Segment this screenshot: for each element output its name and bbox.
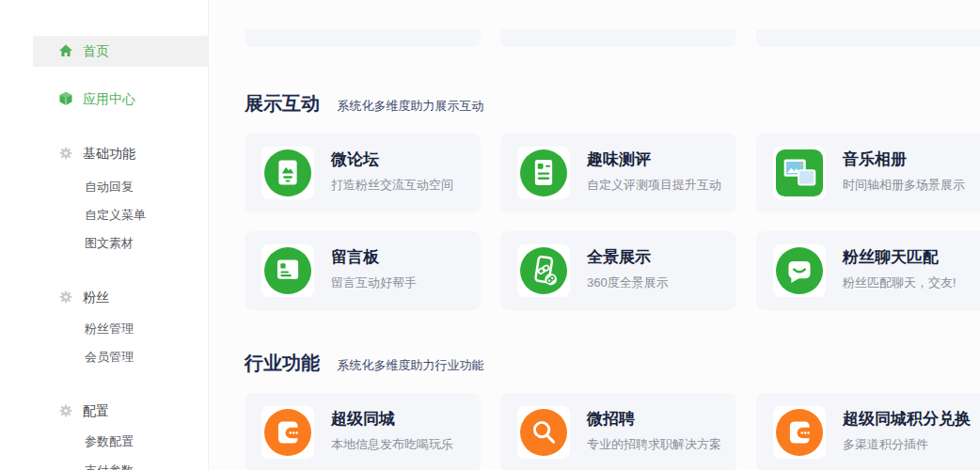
sidebar-group-label: 基础功能: [83, 144, 135, 163]
recruit-icon: [517, 406, 570, 459]
card-desc: 打造粉丝交流互动空间: [331, 177, 453, 194]
sidebar-item-auto-reply[interactable]: 自动回复: [85, 178, 134, 196]
points-icon: [773, 406, 826, 459]
section-title: 展示互动: [245, 93, 320, 114]
sidebar-item-home[interactable]: 首页: [0, 41, 208, 60]
survey-icon: [517, 147, 570, 199]
section-subtitle: 系统化多维度助力行业功能: [337, 358, 483, 372]
card-title: 音乐相册: [843, 149, 907, 170]
sidebar-item-media-material[interactable]: 图文素材: [85, 234, 134, 253]
card-title: 微论坛: [331, 149, 379, 170]
app-card-super-city[interactable]: 超级同城 本地信息发布吃喝玩乐: [245, 393, 481, 470]
section-subtitle: 系统化多维度助力展示互动: [337, 99, 483, 113]
card-desc: 专业的招聘求职解决方案: [587, 436, 721, 453]
card-title: 粉丝聊天匹配: [843, 246, 939, 268]
sidebar-item-custom-menu[interactable]: 自定义菜单: [85, 206, 146, 225]
card-title: 微招聘: [587, 408, 635, 430]
card-desc: 时间轴相册多场景展示: [843, 177, 965, 194]
sidebar-group-label: 粉丝: [83, 288, 109, 306]
sidebar: 首页 应用中心 基础功能 自动回复 自定义菜单 图文素材: [0, 0, 209, 470]
section-header-industry-functions: 行业功能 系统化多维度助力行业功能: [245, 351, 483, 376]
app-card-album[interactable]: 音乐相册 时间轴相册多场景展示: [756, 133, 980, 212]
partial-card[interactable]: [500, 30, 736, 47]
app-card-forum[interactable]: 微论坛 打造粉丝交流互动空间: [245, 133, 481, 212]
card-desc: 360度全景展示: [587, 274, 669, 291]
section-header-display-interaction: 展示互动 系统化多维度助力展示互动: [245, 91, 483, 117]
sidebar-group-fans[interactable]: 粉丝: [0, 288, 208, 306]
chat-match-icon: [773, 244, 826, 297]
gear-icon: [58, 403, 73, 418]
card-desc: 自定义评测项目提升互动: [587, 177, 721, 194]
card-title: 超级同城: [331, 408, 395, 430]
card-desc: 粉丝匹配聊天，交友!: [843, 274, 956, 291]
sidebar-group-label: 配置: [83, 401, 109, 420]
card-title: 留言板: [331, 246, 379, 268]
card-title: 趣味测评: [587, 149, 651, 170]
card-row: 留言板 留言互动好帮手 全景展示 360度全: [245, 231, 980, 310]
album-icon: [773, 147, 826, 199]
city-icon: [261, 406, 314, 459]
card-desc: 留言互动好帮手: [331, 274, 417, 291]
sidebar-item-app-center[interactable]: 应用中心: [0, 89, 208, 108]
card-desc: 多渠道积分插件: [843, 436, 928, 453]
message-board-icon: [261, 244, 314, 297]
sidebar-item-fans-manage[interactable]: 粉丝管理: [85, 320, 134, 338]
home-icon: [58, 43, 73, 58]
section-title: 行业功能: [245, 352, 320, 373]
sidebar-item-label: 应用中心: [83, 89, 135, 108]
sidebar-item-payment-param[interactable]: 支付参数: [85, 462, 134, 470]
app-card-panorama[interactable]: 全景展示 360度全景展示: [500, 231, 736, 310]
sidebar-group-basic[interactable]: 基础功能: [0, 144, 208, 163]
card-desc: 本地信息发布吃喝玩乐: [331, 436, 453, 453]
card-title: 全景展示: [587, 246, 651, 268]
card-title: 超级同城积分兑换: [843, 408, 971, 430]
app-card-message-board[interactable]: 留言板 留言互动好帮手: [245, 231, 481, 310]
card-row: 超级同城 本地信息发布吃喝玩乐 微招聘 专业的招聘求职解决方案 超级同城积分兑换: [245, 393, 980, 470]
panorama-icon: [517, 244, 570, 297]
sidebar-item-label: 首页: [83, 41, 109, 60]
sidebar-group-config[interactable]: 配置: [0, 401, 208, 420]
app-card-survey[interactable]: 趣味测评 自定义评测项目提升互动: [500, 133, 736, 212]
card-row: 微论坛 打造粉丝交流互动空间 趣味测评 自定义评测项目提升互动: [245, 133, 980, 212]
app-center-cube-icon: [58, 91, 73, 106]
partial-card[interactable]: [756, 30, 980, 47]
sidebar-item-member-manage[interactable]: 会员管理: [85, 348, 134, 367]
gear-icon: [58, 290, 73, 305]
forum-icon: [261, 147, 314, 199]
sidebar-item-param-config[interactable]: 参数配置: [85, 432, 134, 451]
app-card-recruit[interactable]: 微招聘 专业的招聘求职解决方案: [500, 393, 736, 470]
app-card-city-points[interactable]: 超级同城积分兑换 多渠道积分插件: [756, 393, 980, 470]
partial-card[interactable]: [245, 30, 481, 47]
gear-icon: [58, 146, 73, 161]
app-card-chat-match[interactable]: 粉丝聊天匹配 粉丝匹配聊天，交友!: [756, 231, 980, 310]
